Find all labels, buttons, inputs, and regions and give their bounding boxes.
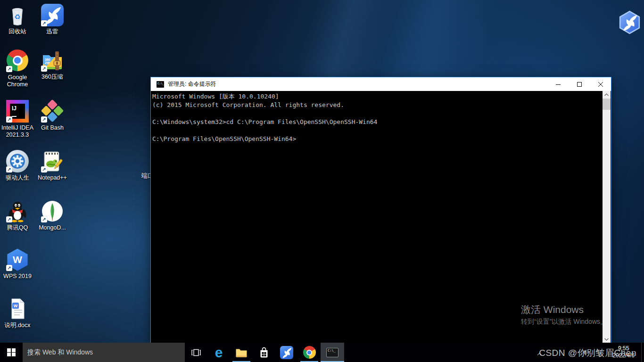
- show-desktop-button[interactable]: [641, 343, 644, 362]
- taskbar: 搜索 Web 和 Windows e: [0, 343, 644, 362]
- icon-label: 说明.docx: [0, 322, 38, 329]
- shortcut-arrow-icon: ↗: [41, 216, 47, 222]
- desktop-icon-driver-life[interactable]: ↗ 驱动人生: [0, 150, 35, 181]
- shortcut-arrow-icon: ↗: [6, 116, 12, 123]
- desktop-icon-tencent-qq[interactable]: ↗ 腾讯QQ: [0, 200, 35, 231]
- desktop-icon-notepad-plus[interactable]: ↗ Notepad++: [35, 150, 70, 181]
- thunder-float-icon[interactable]: [617, 10, 642, 35]
- recycle-bin-icon: ♻: [6, 4, 29, 26]
- chrome-icon: [303, 346, 316, 359]
- close-icon: [598, 82, 603, 87]
- windows-logo-icon: [7, 348, 16, 357]
- shortcut-arrow-icon: ↗: [6, 66, 12, 72]
- scroll-down-button[interactable]: [603, 336, 611, 343]
- scroll-up-button[interactable]: [603, 91, 611, 98]
- volume-icon[interactable]: [583, 349, 589, 355]
- shortcut-arrow-icon: ↗: [41, 166, 47, 173]
- desktop-icon-thunder[interactable]: ↗ 迅雷: [35, 4, 70, 35]
- task-view-icon: [191, 348, 201, 357]
- shortcut-arrow-icon: ↗: [6, 265, 12, 271]
- tray-icons: [583, 349, 603, 355]
- edge-icon: e: [215, 346, 223, 360]
- console-line: C:\Program Files\OpenSSH\OpenSSH-Win64>: [152, 135, 601, 143]
- icon-label: WPS 2019: [0, 273, 38, 280]
- icon-label: MongoD...: [32, 224, 73, 231]
- console-line: [152, 109, 601, 118]
- desktop-icon-360zip[interactable]: 360 ZIP ↗ 360压缩: [35, 49, 70, 81]
- minimize-icon: [556, 82, 561, 87]
- taskbar-edge-button[interactable]: e: [207, 343, 230, 362]
- show-hidden-icons-button[interactable]: [537, 349, 542, 358]
- window-title: 管理员: 命令提示符: [168, 80, 216, 88]
- chevron-down-icon: [604, 338, 609, 341]
- icon-label: Notepad++: [32, 174, 73, 181]
- git-bash-icon: ↗: [41, 100, 64, 123]
- thunder-icon: [280, 346, 293, 359]
- search-placeholder: 搜索 Web 和 Windows: [27, 348, 93, 357]
- console-line: C:\Windows\system32>cd C:\Program Files\…: [152, 118, 601, 126]
- taskbar-file-explorer-button[interactable]: [230, 343, 253, 362]
- taskbar-store-button[interactable]: [253, 343, 275, 362]
- icon-label: 360压缩: [32, 74, 73, 81]
- word-doc-icon: W: [6, 297, 29, 320]
- desktop: ♻ 回收站 ↗ 迅雷 ↗ Google Chrome: [0, 0, 644, 362]
- cmd-icon: C:\_: [157, 81, 164, 88]
- shortcut-arrow-icon: ↗: [41, 66, 47, 72]
- shortcut-arrow-icon: ↗: [6, 166, 12, 173]
- clock-time: 9:55: [612, 345, 635, 352]
- svg-text:♻: ♻: [14, 13, 20, 21]
- minimize-button[interactable]: [547, 77, 569, 91]
- icon-label: Git Bash: [32, 124, 73, 132]
- cmd-titlebar[interactable]: C:\_ 管理员: 命令提示符: [151, 77, 611, 91]
- start-button[interactable]: [0, 343, 23, 362]
- taskbar-chrome-button[interactable]: [298, 343, 321, 362]
- desktop-icon-intellij-idea[interactable]: IJ ↗ IntelliJ IDEA 2021.3.3: [0, 100, 35, 139]
- tray-clock[interactable]: 9:55 2022/4/6: [612, 345, 635, 359]
- cmd-window: C:\_ 管理员: 命令提示符 Microsoft Windows [版本 10…: [150, 77, 611, 344]
- console-line: (c) 2015 Microsoft Corporation. All righ…: [152, 101, 601, 109]
- network-icon[interactable]: [596, 349, 603, 355]
- svg-text:ZIP: ZIP: [45, 61, 50, 65]
- chevron-up-icon: [604, 93, 609, 96]
- scrollbar-thumb[interactable]: [603, 99, 611, 110]
- desktop-icon-mongodb[interactable]: ↗ MongoD...: [35, 200, 70, 231]
- shortcut-arrow-icon: ↗: [41, 20, 47, 26]
- console-line: [152, 126, 601, 135]
- icon-label: 迅雷: [32, 28, 73, 35]
- maximize-icon: [577, 82, 582, 87]
- taskbar-thunder-button[interactable]: [275, 343, 298, 362]
- svg-text:360: 360: [45, 58, 50, 61]
- desktop-icon-google-chrome[interactable]: ↗ Google Chrome: [0, 49, 35, 88]
- desktop-icon-recycle-bin[interactable]: ♻ 回收站: [0, 4, 35, 35]
- taskbar-search-input[interactable]: 搜索 Web 和 Windows: [23, 343, 185, 362]
- maximize-button[interactable]: [569, 77, 590, 91]
- chevron-up-icon: [537, 352, 542, 356]
- desktop-icon-readme-docx[interactable]: W 说明.docx: [0, 297, 35, 329]
- shortcut-arrow-icon: ↗: [6, 216, 12, 222]
- file-explorer-icon: [235, 347, 248, 358]
- svg-text:W: W: [14, 304, 18, 308]
- shortcut-arrow-icon: ↗: [41, 116, 47, 123]
- activate-windows-watermark: 激活 Windows 转到“设置”以激活 Windows。: [521, 304, 607, 326]
- store-icon: [258, 346, 270, 359]
- close-button[interactable]: [590, 77, 611, 91]
- console-line: Microsoft Windows [版本 10.0.10240]: [152, 92, 601, 101]
- vertical-scrollbar[interactable]: [603, 91, 611, 343]
- console-output: Microsoft Windows [版本 10.0.10240] (c) 20…: [152, 92, 601, 143]
- console-area[interactable]: Microsoft Windows [版本 10.0.10240] (c) 20…: [151, 91, 611, 343]
- task-view-button[interactable]: [185, 343, 207, 362]
- clock-date: 2022/4/6: [612, 352, 635, 359]
- desktop-icon-git-bash[interactable]: ↗ Git Bash: [35, 100, 70, 132]
- taskbar-cmd-button[interactable]: C:\_: [321, 343, 344, 362]
- desktop-icon-wps-2019[interactable]: W ↗ WPS 2019: [0, 248, 35, 280]
- cmd-icon: C:\_: [326, 348, 339, 357]
